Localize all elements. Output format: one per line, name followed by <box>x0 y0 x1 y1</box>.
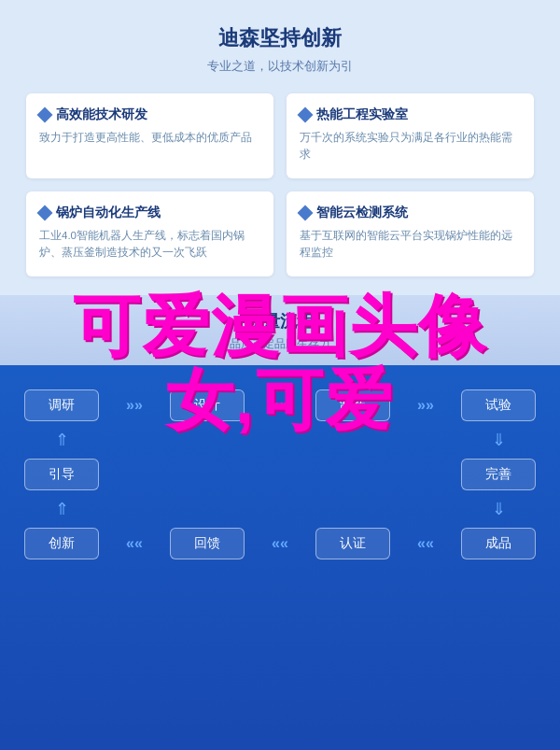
feature-card-4: 智能云检测系统 基于互联网的智能云平台实现锅炉性能的远程监控 <box>287 191 534 276</box>
proc-cell-certify: 认证 <box>315 528 390 559</box>
feature-desc-4: 基于互联网的智能云平台实现锅炉性能的远程监控 <box>300 227 521 262</box>
diamond-icon-4 <box>298 205 314 220</box>
process-vrow-1: ⇑ ⇓ <box>24 427 536 453</box>
process-section: 调研 »» 设计 »» 制造 »» 试验 ⇑ ⇓ 引导 <box>0 365 560 750</box>
top-section: 迪森坚持创新 专业之道，以技术创新为引 高效能技术研发 致力于打造更高性能、更低… <box>0 0 560 365</box>
proc-cell-guide: 引导 <box>24 459 99 490</box>
diamond-icon-1 <box>37 107 53 123</box>
process-vrow-2: ⇑ ⇓ <box>24 496 536 522</box>
proc-arrow-h-1: »» <box>105 389 164 421</box>
feature-card-3: 锅炉自动化生产线 工业4.0智能机器人生产线，标志着国内锅炉、蒸压釜制造技术的又… <box>26 191 273 276</box>
proc-arrow-h-5: «« <box>250 528 310 559</box>
page-container: 迪森坚持创新 专业之道，以技术创新为引 高效能技术研发 致力于打造更高性能、更低… <box>0 0 560 750</box>
proc-arrow-h-2: »» <box>250 389 310 421</box>
proc-arrow-h-3: »» <box>396 389 455 421</box>
diamond-icon-2 <box>298 107 314 123</box>
proc-arrow-h-4: «« <box>105 528 164 559</box>
proc-cell-test: 试验 <box>461 389 536 421</box>
proc-cell-survey: 调研 <box>24 389 99 421</box>
process-table: 调研 »» 设计 »» 制造 »» 试验 ⇑ ⇓ 引导 <box>19 384 541 565</box>
feature-title-1: 高效能技术研发 <box>39 106 260 123</box>
proc-cell-manufacture: 制造 <box>315 389 390 421</box>
proc-cell-innovate: 创新 <box>24 528 99 559</box>
feature-desc-3: 工业4.0智能机器人生产线，标志着国内锅炉、蒸压釜制造技术的又一次飞跃 <box>39 227 260 262</box>
feature-title-3: 锅炉自动化生产线 <box>39 205 260 221</box>
features-grid: 高效能技术研发 致力于打造更高性能、更低成本的优质产品 热能工程实验室 万千次的… <box>26 93 534 276</box>
diamond-icon-3 <box>37 205 53 220</box>
proc-arrowv-down-right2: ⇓ <box>461 496 536 522</box>
proc-arrow-h-6: «« <box>396 528 455 559</box>
proc-cell-product: 成品 <box>461 528 536 559</box>
proc-cell-improve: 完善 <box>461 459 536 490</box>
feature-title-2: 热能工程实验室 <box>300 106 521 123</box>
proc-arrowv-up-left: ⇑ <box>24 427 99 453</box>
feature-card-1: 高效能技术研发 致力于打造更高性能、更低成本的优质产品 <box>26 93 273 178</box>
main-subtitle: 专业之道，以技术创新为引 <box>26 58 534 75</box>
process-row-1: 调研 »» 设计 »» 制造 »» 试验 <box>24 389 536 421</box>
proc-cell-design: 设计 <box>170 389 245 421</box>
main-title: 迪森坚持创新 <box>26 24 534 52</box>
quality-subtitle: 品质决定品牌生存力 <box>26 336 534 352</box>
process-row-3: 创新 «« 回馈 «« 认证 «« 成品 <box>24 528 536 559</box>
quality-section: 质量流程 品质决定品牌生存力 <box>0 295 560 365</box>
quality-title: 质量流程 <box>26 310 534 333</box>
feature-title-4: 智能云检测系统 <box>300 205 521 221</box>
proc-cell-feedback: 回馈 <box>170 528 245 559</box>
feature-card-2: 热能工程实验室 万千次的系统实验只为满足各行业的热能需求 <box>287 93 534 178</box>
process-row-2: 引导 完善 <box>24 459 536 490</box>
proc-arrowv-down-right: ⇓ <box>461 427 536 453</box>
feature-desc-1: 致力于打造更高性能、更低成本的优质产品 <box>39 129 260 146</box>
proc-arrowv-up-left2: ⇑ <box>24 496 99 522</box>
feature-desc-2: 万千次的系统实验只为满足各行业的热能需求 <box>300 129 521 163</box>
